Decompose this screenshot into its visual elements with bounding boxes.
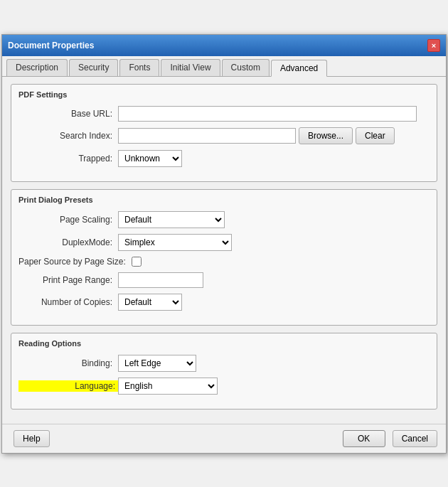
base-url-input[interactable]: [118, 106, 417, 122]
tab-initial-view[interactable]: Initial View: [161, 59, 220, 76]
duplex-mode-select[interactable]: Simplex DuplexFlipShortEdge DuplexFlipLo…: [118, 234, 232, 251]
ok-button[interactable]: OK: [343, 430, 385, 447]
tab-advanced[interactable]: Advanced: [271, 60, 327, 77]
pdf-settings-section: PDF Settings Base URL: Search Index: Bro…: [11, 84, 437, 182]
paper-source-checkbox[interactable]: [132, 257, 142, 267]
reading-options-title: Reading Options: [18, 339, 430, 348]
reading-options-section: Reading Options Binding: Left Edge Right…: [11, 333, 437, 410]
duplex-mode-row: DuplexMode: Simplex DuplexFlipShortEdge …: [18, 234, 430, 251]
language-select[interactable]: English French German Spanish Japanese: [118, 378, 218, 395]
document-properties-window: Document Properties × Description Securi…: [1, 34, 447, 454]
print-page-range-input[interactable]: [118, 272, 203, 288]
paper-source-label: Paper Source by Page Size:: [18, 257, 132, 267]
search-index-input[interactable]: [118, 128, 296, 144]
num-copies-label: Number of Copies:: [18, 297, 118, 307]
main-content: PDF Settings Base URL: Search Index: Bro…: [2, 77, 446, 424]
title-bar: Document Properties ×: [2, 35, 446, 56]
paper-source-row: Paper Source by Page Size:: [18, 257, 430, 267]
tab-fonts[interactable]: Fonts: [119, 59, 159, 76]
close-button[interactable]: ×: [427, 39, 440, 52]
page-scaling-label: Page Scaling:: [18, 215, 118, 225]
page-scaling-select[interactable]: Default None Fit to Printable Area Fit t…: [118, 211, 225, 228]
cancel-button[interactable]: Cancel: [393, 430, 437, 447]
tab-description[interactable]: Description: [6, 59, 68, 76]
num-copies-row: Number of Copies: Default 1 2 3 4 5: [18, 294, 430, 311]
page-scaling-row: Page Scaling: Default None Fit to Printa…: [18, 211, 430, 228]
search-index-row: Search Index: Browse... Clear: [18, 127, 430, 144]
print-page-range-label: Print Page Range:: [18, 275, 118, 285]
base-url-row: Base URL:: [18, 106, 430, 122]
binding-label: Binding:: [18, 358, 118, 368]
print-dialog-section: Print Dialog Presets Page Scaling: Defau…: [11, 189, 437, 326]
language-row: Language: English French German Spanish …: [18, 378, 430, 395]
trapped-row: Trapped: Unknown True False: [18, 150, 430, 167]
duplex-mode-label: DuplexMode:: [18, 237, 118, 247]
search-index-label: Search Index:: [18, 131, 118, 141]
trapped-select[interactable]: Unknown True False: [118, 150, 182, 167]
tab-custom[interactable]: Custom: [222, 59, 270, 76]
binding-row: Binding: Left Edge Right Edge: [18, 355, 430, 372]
print-dialog-title: Print Dialog Presets: [18, 196, 430, 204]
browse-button[interactable]: Browse...: [299, 127, 353, 144]
num-copies-select[interactable]: Default 1 2 3 4 5: [118, 294, 182, 311]
clear-button[interactable]: Clear: [356, 127, 395, 144]
help-button[interactable]: Help: [14, 430, 50, 447]
language-label: Language:: [18, 380, 118, 392]
tabs-bar: Description Security Fonts Initial View …: [2, 56, 446, 77]
tab-security[interactable]: Security: [69, 59, 118, 76]
binding-select[interactable]: Left Edge Right Edge: [118, 355, 196, 372]
pdf-settings-title: PDF Settings: [18, 90, 430, 99]
print-page-range-row: Print Page Range:: [18, 272, 430, 288]
window-title: Document Properties: [8, 41, 94, 50]
trapped-label: Trapped:: [18, 154, 118, 164]
footer: Help OK Cancel: [2, 424, 446, 453]
base-url-label: Base URL:: [18, 109, 118, 119]
